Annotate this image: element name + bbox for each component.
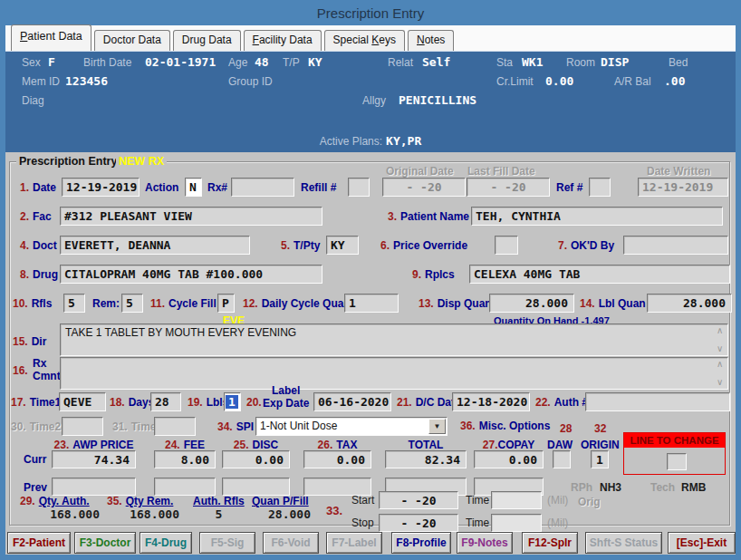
daily-cycle-quan-field[interactable]: 1 — [344, 294, 399, 313]
lbl-quan-field[interactable]: 28.000 — [647, 294, 732, 313]
stop-mil-label: (Mil) — [547, 517, 568, 529]
date-field[interactable]: 12-19-2019 — [62, 178, 140, 197]
disp-quan-field[interactable]: 28.000 — [489, 294, 574, 313]
f12-splr-button[interactable]: F12-Splr — [522, 532, 578, 554]
cycle-fill-field[interactable]: P — [217, 294, 235, 313]
rx-cmnts-scroll-up-icon[interactable]: ∧ — [717, 359, 723, 369]
sta-label: Sta — [496, 56, 513, 69]
rx-cmnts-textarea[interactable] — [60, 357, 728, 390]
prev-tax-field — [303, 478, 371, 496]
stop-date-field[interactable]: - -20 — [379, 514, 458, 532]
label-exp-date-field[interactable]: 06-16-2020 — [313, 392, 391, 411]
okd-by-field[interactable] — [623, 236, 728, 255]
esc-exit-button[interactable]: [Esc]-Exit — [668, 532, 736, 554]
curr-tax-field[interactable]: 0.00 — [303, 450, 371, 468]
price-override-field[interactable] — [495, 236, 518, 255]
tab-doctor-data[interactable]: Doctor Data — [94, 30, 170, 51]
label-exp-date-label2: Exp Date — [263, 397, 309, 410]
rplcs-field[interactable]: CELEXA 40MG TAB — [469, 265, 730, 284]
time1-label: 17.Time1 — [11, 396, 61, 409]
f6-void-button[interactable]: F6-Void — [263, 532, 319, 554]
copay-header: 27.COPAY — [474, 439, 544, 451]
qty-auth-label: 29.Qty. Auth. — [20, 495, 90, 507]
f7-label-button[interactable]: F7-Label — [326, 532, 382, 554]
curr-awp-field[interactable]: 74.34 — [52, 450, 136, 468]
f4-drug-button[interactable]: F4-Drug — [140, 532, 192, 554]
start-label: Start — [351, 494, 374, 507]
cr-limit-value: 0.00 — [545, 74, 573, 88]
start-date-field[interactable]: - -20 — [379, 491, 458, 509]
okd-by-label: 7.OK'D By — [558, 239, 614, 252]
shft-s-status-button[interactable]: Shft-S Status — [585, 532, 662, 554]
curr-row-label: Curr — [24, 453, 46, 466]
lbls-field[interactable]: 1 — [224, 392, 241, 411]
stop-time-label: Time — [466, 517, 489, 529]
daw-header: DAW — [547, 439, 573, 451]
dc-date-field[interactable]: 12-18-2020 — [452, 392, 530, 411]
orig-label: Orig — [578, 496, 601, 508]
refill-field[interactable] — [348, 178, 370, 197]
tp-value: KY — [308, 55, 322, 69]
start-time-field[interactable] — [491, 491, 542, 509]
f2-patient-button[interactable]: F2-Patient — [7, 532, 71, 554]
tab-strip: Patient Data Doctor Data Drug Data Facil… — [5, 25, 736, 51]
rem-field[interactable]: 5 — [121, 294, 143, 313]
drug-field[interactable]: CITALOPRAM 40MG TAB #100.000 — [60, 265, 322, 284]
label-exp-date-num: 20. — [246, 396, 262, 409]
rfls-field[interactable]: 5 — [63, 294, 85, 313]
window-title: Prescription Entry — [317, 5, 424, 21]
tab-notes[interactable]: Notes — [408, 30, 454, 51]
curr-copay-field[interactable]: 0.00 — [474, 450, 544, 468]
line-to-change-header: LINE TO CHANGE — [624, 433, 725, 448]
age-value: 48 — [255, 55, 269, 69]
spi-dropdown[interactable]: 1-Not Unit Dose▼ — [255, 417, 447, 436]
spi-label: 34.SPI — [217, 420, 254, 433]
prev-row-label: Prev — [24, 481, 47, 494]
start-mil-label: (Mil) — [547, 494, 568, 507]
spi-dropdown-arrow-icon[interactable]: ▼ — [428, 419, 446, 434]
qty-auth-value: 168.000 — [27, 507, 100, 521]
allgy-label: Allgy — [362, 94, 386, 107]
patient-name-label: 3.Patient Name — [388, 210, 469, 223]
origin-field[interactable]: 1 — [591, 450, 609, 468]
dir-textarea[interactable]: TAKE 1 TABLET BY MOUTH EVERY EVENING — [60, 323, 728, 356]
dir-scroll-up-icon[interactable]: ∧ — [717, 325, 723, 335]
start-stop-num: 33. — [326, 504, 342, 517]
f5-sig-button[interactable]: F5-Sig — [199, 532, 255, 554]
ar-bal-value: .00 — [664, 74, 685, 88]
room-value: DISP — [601, 55, 629, 69]
rx-cmnts-scroll-down-icon[interactable]: ∨ — [717, 377, 723, 387]
spi-selected-option: 1-Not Unit Dose — [260, 420, 337, 432]
rx-number-field[interactable] — [231, 178, 294, 197]
time2-label: 30.Time2 — [11, 420, 61, 433]
relat-label: Relat — [388, 56, 413, 69]
curr-fee-field[interactable]: 8.00 — [154, 450, 216, 468]
f3-doctor-button[interactable]: F3-Doctor — [74, 532, 136, 554]
action-field[interactable]: N — [185, 178, 202, 197]
mem-id-label: Mem ID — [22, 75, 60, 88]
group-id-label: Group ID — [228, 75, 273, 88]
fac-field[interactable]: #312 PLEASANT VIEW — [60, 207, 322, 226]
dir-scroll-down-icon[interactable]: ∨ — [717, 343, 723, 353]
original-date-field: - -20 — [382, 178, 466, 197]
birth-date-value: 02-01-1971 — [145, 55, 216, 69]
tab-patient-data[interactable]: Patient Data — [11, 24, 91, 51]
days-field[interactable]: 28 — [150, 392, 181, 411]
rx-cmnts-label1: Rx — [33, 357, 46, 370]
stop-time-field[interactable] — [491, 514, 542, 532]
tab-special-keys[interactable]: Special Keys — [324, 30, 405, 51]
time3-field — [154, 417, 196, 436]
line-to-change-field[interactable] — [667, 453, 687, 470]
doct-field[interactable]: EVERETT, DEANNA — [60, 236, 250, 255]
curr-disc-field[interactable]: 0.00 — [222, 450, 290, 468]
tab-drug-data[interactable]: Drug Data — [173, 30, 241, 51]
tpty-field[interactable]: KY — [326, 236, 359, 255]
f8-profile-button[interactable]: F8-Profile — [391, 532, 451, 554]
ref-number-field[interactable] — [589, 178, 611, 197]
time1-field[interactable]: QEVE — [59, 392, 106, 411]
daw-field[interactable] — [553, 450, 571, 468]
patient-name-field[interactable]: TEH, CYNTHIA — [471, 207, 723, 226]
f9-notes-button[interactable]: F9-Notes — [457, 532, 513, 554]
tab-facility-data[interactable]: Facility Data — [244, 30, 322, 51]
auth-number-field[interactable] — [585, 392, 730, 411]
